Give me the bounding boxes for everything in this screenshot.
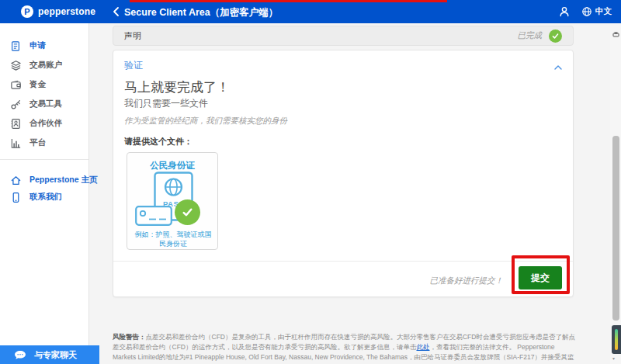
language-label: 中文: [595, 6, 612, 17]
brand-wordmark: pepperstone: [38, 6, 95, 17]
sidebar-item-label: 交易账户: [29, 60, 62, 71]
verification-panel: 验证 马上就要完成了！ 我们只需要一些文件 作为受监管的经纪商，我们需要核实您的…: [113, 50, 574, 297]
document-check-circle-icon: [175, 199, 200, 225]
sidebar-link-contact-us[interactable]: 联系我们: [0, 188, 89, 206]
ready-to-submit-text: 已准备好进行提交！: [430, 276, 504, 286]
sidebar-link-pepperstone-home[interactable]: Pepperstone 主页: [0, 171, 89, 189]
declaration-section-header[interactable]: 声明 已完成: [113, 26, 574, 46]
document-card-caption: 例如：护照、驾驶证或国民身份证: [132, 231, 214, 248]
annotation-red-line: [130, 0, 447, 2]
check-circle-icon: [549, 29, 562, 43]
risk-warning-label: 风险警告：: [113, 333, 146, 341]
id-card-icon: [135, 206, 172, 229]
annotation-red-box: [512, 255, 570, 294]
verification-subheading: 我们只需要一些文件: [124, 97, 208, 110]
document-card-title: 公民身份证: [127, 160, 217, 172]
sidebar-link-label: 联系我们: [29, 192, 62, 203]
right-edge-widget[interactable]: [612, 325, 621, 354]
sidebar-item-trading-tools[interactable]: 交易工具: [0, 95, 89, 113]
address-book-icon: [10, 118, 22, 130]
wallet-icon: [10, 79, 22, 91]
verification-heading: 马上就要完成了！: [124, 78, 230, 96]
verification-note: 作为受监管的经纪商，我们需要核实您的身份: [124, 116, 287, 127]
sidebar-item-label: 申请: [29, 40, 46, 51]
sidebar-item-label: 合作伙伴: [29, 118, 62, 129]
legal-docs-link[interactable]: 此处: [416, 343, 429, 351]
sidebar-divider: [0, 159, 88, 160]
sidebar-item-label: 平台: [29, 137, 46, 148]
sidebar-item-partners[interactable]: 合作伙伴: [0, 114, 89, 133]
verification-instruction: 请提供这个文件：: [124, 136, 193, 147]
sidebar-item-platforms[interactable]: 平台: [0, 133, 89, 152]
scrollbar-thumb[interactable]: [612, 136, 619, 321]
chevron-up-icon[interactable]: [554, 60, 562, 66]
globe-icon: [581, 6, 592, 17]
pepperstone-logo-icon: P: [21, 5, 33, 18]
sidebar-item-label: 资金: [29, 79, 46, 90]
submit-row-divider: [113, 261, 573, 262]
verification-section-title: 验证: [124, 59, 143, 72]
citizen-id-document-card[interactable]: 公民身份证 PASS 例如：护照、驾驶证或国民身份证: [127, 152, 218, 250]
declaration-status-text: 已完成: [518, 30, 543, 41]
declaration-title: 声明: [124, 30, 141, 42]
pepperstone-logo[interactable]: P pepperstone: [21, 0, 95, 23]
layers-icon: [10, 60, 22, 71]
page-marker-icon: [612, 26, 619, 32]
key-icon: [10, 99, 22, 110]
secure-client-area-window: P pepperstone Secure Client Area（加密客户端） …: [0, 0, 621, 364]
chevron-down-icon: ▾: [612, 356, 619, 361]
back-chevron-icon[interactable]: [110, 5, 123, 18]
widget-gradient-bar: [615, 329, 618, 350]
home-icon: [10, 175, 22, 186]
sidebar-item-application[interactable]: 申请: [0, 36, 89, 55]
phone-icon: [10, 192, 22, 203]
document-illustration: PASS: [127, 172, 219, 227]
bar-chart-icon: [10, 137, 22, 149]
risk-warning-footer: 风险警告：点差交易和差价合约（CFD）是复杂的工具，由于杠杆作用而存在快速亏损的…: [113, 332, 575, 364]
page-title: Secure Client Area（加密客户端）: [124, 6, 278, 19]
top-app-bar: P pepperstone Secure Client Area（加密客户端） …: [0, 0, 621, 23]
language-switcher[interactable]: 中文: [581, 6, 612, 17]
sidebar-item-label: 交易工具: [29, 99, 62, 109]
chat-bubble-icon: [14, 350, 26, 360]
topbar-actions: 中文: [558, 0, 612, 23]
sidebar-item-trading-accounts[interactable]: 交易账户: [0, 56, 89, 75]
document-icon: [10, 40, 22, 52]
sidebar: 申请 交易账户 资金 交易工具 合作伙伴: [0, 23, 89, 345]
account-icon[interactable]: [558, 5, 571, 18]
sidebar-link-label: Pepperstone 主页: [29, 175, 98, 185]
chat-with-expert-button[interactable]: 与专家聊天: [0, 345, 99, 364]
sidebar-item-funds[interactable]: 资金: [0, 75, 89, 94]
chat-button-label: 与专家聊天: [34, 349, 77, 361]
